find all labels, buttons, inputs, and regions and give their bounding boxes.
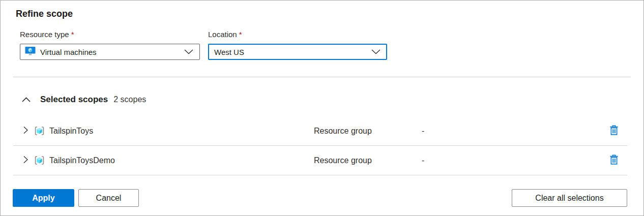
trash-icon (609, 155, 619, 166)
page-title: Refine scope (16, 8, 643, 19)
required-asterisk: * (239, 30, 242, 39)
refine-scope-panel: Refine scope Resource type* Virtual mach… (0, 0, 644, 216)
section-divider (13, 77, 631, 77)
scope-type: Resource group (314, 127, 422, 136)
expand-row-button[interactable] (23, 126, 28, 136)
selected-scopes-header: Selected scopes 2 scopes (22, 94, 643, 105)
expand-row-button[interactable] (23, 156, 28, 165)
resource-group-icon (34, 156, 45, 165)
required-asterisk: * (71, 30, 74, 39)
chevron-right-icon (23, 126, 28, 136)
collapse-section-button[interactable] (22, 96, 31, 104)
location-value: West US (214, 48, 371, 56)
scope-name-cell: TailspinToys (23, 126, 314, 136)
scope-detail: - (422, 127, 608, 136)
vm-icon (25, 46, 36, 58)
scope-name-cell: TailspinToysDemo (23, 156, 314, 165)
selected-scopes-count: 2 scopes (113, 94, 146, 105)
location-label: Location* (208, 30, 387, 39)
resource-type-dropdown[interactable]: Virtual machines (20, 44, 200, 60)
chevron-up-icon (22, 96, 31, 104)
selected-scopes-list: TailspinToys Resource group - (13, 116, 627, 175)
location-field: Location* West US (208, 30, 387, 60)
cancel-button[interactable]: Cancel (78, 189, 139, 207)
selected-scopes-title: Selected scopes (40, 94, 108, 105)
scope-detail: - (422, 156, 608, 165)
location-dropdown[interactable]: West US (208, 44, 387, 60)
scope-type: Resource group (314, 156, 422, 165)
chevron-down-icon (371, 49, 380, 54)
resource-type-label-text: Resource type (20, 30, 69, 39)
scope-row[interactable]: TailspinToys Resource group - (13, 116, 627, 146)
scope-row[interactable]: TailspinToysDemo Resource group - (13, 146, 627, 175)
delete-scope-button[interactable] (608, 153, 620, 167)
resource-type-field: Resource type* Virtual machines (20, 30, 200, 60)
clear-all-selections-button[interactable]: Clear all selections (512, 189, 627, 207)
trash-icon (609, 125, 619, 137)
resource-group-icon (34, 126, 45, 136)
delete-scope-button[interactable] (608, 124, 620, 138)
location-label-text: Location (208, 30, 237, 39)
filter-fields: Resource type* Virtual machines (20, 30, 643, 60)
action-buttons-bar: Apply Cancel Clear all selections (13, 189, 627, 207)
scope-name: TailspinToys (49, 127, 93, 136)
chevron-down-icon (184, 49, 193, 54)
scope-name: TailspinToysDemo (49, 156, 115, 165)
resource-type-label: Resource type* (20, 30, 200, 39)
resource-type-value: Virtual machines (40, 48, 184, 56)
apply-button[interactable]: Apply (13, 189, 74, 207)
chevron-right-icon (23, 156, 28, 165)
